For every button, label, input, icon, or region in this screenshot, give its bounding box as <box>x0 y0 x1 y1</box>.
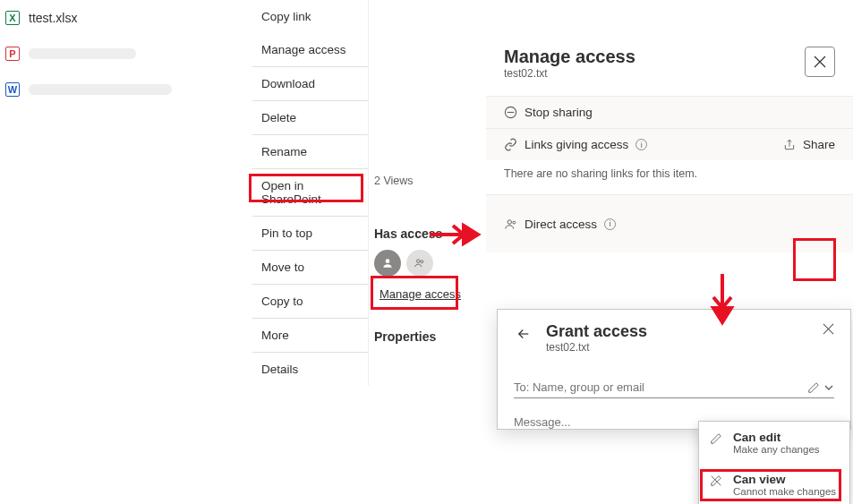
perm-title: Can view <box>733 473 836 486</box>
pdf-icon: P <box>5 47 20 61</box>
ctx-copy-link[interactable]: Copy link <box>252 0 368 33</box>
add-direct-access-button[interactable] <box>796 204 835 243</box>
ctx-manage-access[interactable]: Manage access <box>252 33 368 66</box>
excel-icon: X <box>5 11 20 25</box>
file-list: X ttest.xlsx P W <box>0 0 251 107</box>
permission-selector[interactable] <box>807 381 834 394</box>
views-count: 2 Views <box>374 175 490 187</box>
share-button[interactable]: Share <box>803 138 835 151</box>
details-column: 2 Views Has access Manage access Propert… <box>374 175 490 344</box>
ctx-move-to[interactable]: Move to <box>252 251 368 284</box>
access-avatars <box>374 250 490 277</box>
stop-sharing-label: Stop sharing <box>525 106 593 119</box>
ctx-details[interactable]: Details <box>252 353 368 386</box>
svg-point-6 <box>513 221 516 224</box>
ctx-rename[interactable]: Rename <box>252 135 368 168</box>
popup-title: Grant access <box>546 322 647 341</box>
svg-point-1 <box>417 260 421 263</box>
ctx-open-sharepoint[interactable]: Open in SharePoint <box>252 169 368 216</box>
message-input[interactable] <box>514 415 706 429</box>
svg-point-5 <box>508 219 511 223</box>
plus-icon <box>807 216 823 232</box>
ctx-copy-to[interactable]: Copy to <box>252 285 368 318</box>
file-row[interactable]: X ttest.xlsx <box>0 0 251 36</box>
ctx-more[interactable]: More <box>252 319 368 352</box>
close-button[interactable] <box>805 47 835 77</box>
chevron-down-icon <box>823 382 834 393</box>
close-icon <box>823 323 834 335</box>
links-giving-access-row[interactable]: Links giving access i Share <box>486 128 853 160</box>
stop-sharing-row[interactable]: Stop sharing <box>486 96 853 128</box>
ctx-delete[interactable]: Delete <box>252 101 368 134</box>
properties-heading: Properties <box>374 329 490 344</box>
direct-access-label: Direct access <box>525 218 597 231</box>
info-icon[interactable]: i <box>635 139 647 150</box>
share-icon <box>783 139 796 151</box>
no-links-note: There are no sharing links for this item… <box>486 160 853 194</box>
perm-can-edit[interactable]: Can edit Make any changes <box>699 422 849 464</box>
manage-access-panel: Manage access test02.txt Stop sharing Li… <box>486 38 853 252</box>
close-button[interactable] <box>823 322 834 338</box>
arrow-left-icon <box>516 326 532 342</box>
avatar[interactable] <box>374 250 401 277</box>
file-name-redacted <box>29 84 172 95</box>
pencil-icon <box>710 431 724 455</box>
perm-can-view[interactable]: Can view Cannot make changes <box>699 464 849 504</box>
link-icon <box>504 138 517 151</box>
info-icon[interactable]: i <box>604 218 616 230</box>
permission-dropdown: Can edit Make any changes Can view Canno… <box>698 421 850 504</box>
svg-point-0 <box>386 259 390 263</box>
links-label: Links giving access <box>525 138 628 151</box>
panel-title: Manage access <box>504 47 635 67</box>
file-name-redacted <box>29 48 136 59</box>
pencil-icon <box>807 381 820 394</box>
direct-access-row: Direct access i <box>486 194 853 252</box>
popup-filename: test02.txt <box>546 341 647 354</box>
perm-sub: Make any changes <box>733 444 820 455</box>
svg-point-2 <box>421 261 423 263</box>
close-icon <box>814 56 826 68</box>
perm-sub: Cannot make changes <box>733 486 836 497</box>
recipients-field[interactable] <box>514 377 834 398</box>
back-button[interactable] <box>514 322 533 342</box>
file-name: ttest.xlsx <box>29 11 77 25</box>
has-access-heading: Has access <box>374 226 490 241</box>
avatar-group[interactable] <box>406 250 433 277</box>
grant-access-popup: Grant access test02.txt Can edit Make an… <box>497 309 851 430</box>
ctx-pin-top[interactable]: Pin to top <box>252 217 368 250</box>
ctx-download[interactable]: Download <box>252 67 368 100</box>
no-edit-icon <box>710 473 724 497</box>
recipients-input[interactable] <box>514 380 807 394</box>
context-menu: Copy link Manage access Download Delete … <box>252 0 369 386</box>
person-icon <box>504 218 517 231</box>
file-row[interactable]: W <box>0 72 251 107</box>
perm-title: Can edit <box>733 431 820 444</box>
stop-icon <box>504 106 517 119</box>
file-row[interactable]: P <box>0 36 251 72</box>
manage-access-link[interactable]: Manage access <box>374 284 490 304</box>
panel-filename: test02.txt <box>504 67 635 80</box>
word-icon: W <box>5 82 20 97</box>
